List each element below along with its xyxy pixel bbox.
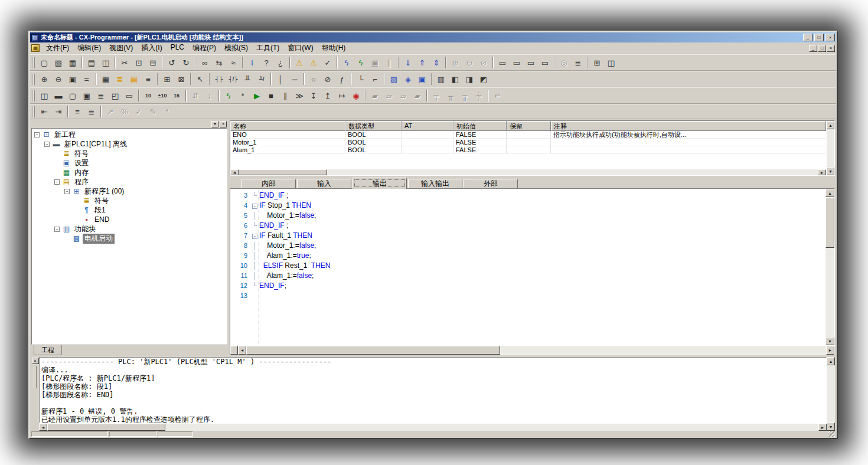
tree-item-memory[interactable]: ▦内存 (32, 168, 227, 177)
new-fb-instance-button[interactable]: ▣ (415, 73, 429, 86)
delete-connecting-line-button[interactable]: ⌐ (368, 73, 382, 86)
properties-window-button[interactable]: ▭ (122, 89, 136, 103)
find-button[interactable]: ∞ (198, 56, 212, 70)
var-col-header-2[interactable]: AT (402, 121, 453, 131)
tab-project[interactable]: 工程 (34, 345, 62, 355)
list-view-button[interactable]: ≡ (70, 105, 84, 119)
simulator-settings-button[interactable]: * (236, 89, 250, 103)
io-comment-view-button[interactable]: ◩ (477, 73, 491, 86)
menu-help[interactable]: 帮助(H) (318, 42, 350, 54)
editor-hscrollbar[interactable]: ◄ ► (230, 345, 834, 355)
output-hscroll-right-button[interactable]: ► (818, 424, 827, 431)
var-cell[interactable] (551, 146, 826, 153)
menu-file[interactable]: 文件(F) (42, 42, 73, 54)
tree-expander[interactable]: - (54, 179, 60, 185)
new-closed-or-contact-button[interactable]: ╨/ (254, 73, 269, 86)
editor-vscroll-down-button[interactable]: ▼ (825, 337, 834, 345)
child-close-button[interactable]: × (827, 45, 835, 52)
toolbar-grip[interactable] (32, 57, 35, 68)
tree-expander[interactable]: - (44, 142, 50, 147)
new-closed-contact-button[interactable]: ┤/├ (226, 73, 240, 86)
toggle-output-window-button[interactable]: ▬ (51, 89, 66, 103)
outdent-button[interactable]: ⇤ (37, 105, 51, 119)
sim-run-button[interactable]: ▶ (250, 89, 264, 103)
radix-decimal-button[interactable]: 10 (141, 89, 155, 103)
app-icon[interactable]: ▤ (31, 34, 39, 41)
output-grip-bar[interactable]: × (31, 357, 39, 431)
close-output-button[interactable]: × (32, 358, 39, 364)
edit-function-block-button[interactable]: ▧ (387, 73, 401, 86)
hscroll-left-button[interactable]: ◄ (230, 169, 239, 175)
toggle-watch-window-button[interactable]: ▢ (66, 89, 80, 103)
cut-button[interactable]: ✂ (118, 56, 132, 70)
code-line-3[interactable]: 3└END_IF ; (230, 190, 825, 200)
tree-item-plc-new-plc1[interactable]: -▬新PLC1[CP1L] 离线 (32, 139, 227, 149)
help-button[interactable]: ? (259, 56, 273, 70)
var-cell[interactable] (402, 139, 453, 146)
resize-grip[interactable] (828, 431, 835, 437)
var-col-header-0[interactable]: 名称 (230, 121, 345, 131)
copy-button[interactable]: ⊡ (132, 56, 146, 70)
sim-set-breakpoint-button[interactable]: ◉ (349, 89, 363, 103)
hscroll-right-button[interactable]: ► (818, 169, 826, 175)
new-contact-button[interactable]: ┤├ (212, 73, 226, 86)
tree-item-settings[interactable]: ▣设置 (32, 158, 227, 168)
editor-hscroll-track[interactable] (500, 346, 826, 355)
child-minimize-button[interactable]: _ (809, 45, 817, 52)
var-cell[interactable] (402, 146, 453, 153)
zoom-in-button[interactable]: ⊕ (37, 73, 51, 86)
cross-reference-report-button[interactable]: ◨ (462, 73, 477, 86)
program-check-options-button[interactable]: ✓ (321, 56, 335, 70)
menu-view[interactable]: 视图(V) (105, 42, 137, 54)
code-line-13[interactable]: 13 (230, 290, 825, 300)
var-cell[interactable]: 指示功能块执行成功(功能块被执行时,自动设... (551, 131, 826, 138)
simulator-online-button[interactable]: ϟ (221, 89, 236, 103)
code-line-6[interactable]: 6└END_IF ; (230, 220, 825, 230)
new-view-button[interactable]: ⊞ (590, 56, 604, 70)
compile-program-button[interactable]: ⚠ (292, 56, 306, 70)
redo-button[interactable]: ↻ (179, 56, 193, 70)
print-button[interactable]: ▤ (84, 56, 99, 70)
options-button[interactable]: ≣ (571, 56, 585, 70)
child-restore-button[interactable]: □ (818, 45, 826, 52)
output-vscrollbar[interactable]: ▲ ▼ (827, 357, 835, 431)
window-minimize-button[interactable]: _ (803, 34, 812, 41)
download-to-plc-button[interactable]: ⇓ (401, 56, 415, 70)
hscroll-thumb[interactable] (239, 169, 327, 175)
print-preview-button[interactable]: ◫ (99, 56, 113, 70)
address-reference-tool-button[interactable]: ◧ (448, 73, 462, 86)
indent-button[interactable]: ⇥ (51, 105, 66, 119)
tree-expander[interactable]: - (54, 227, 60, 232)
editor-vscroll-up-button[interactable]: ▲ (825, 189, 834, 197)
work-online-button[interactable]: ϟ (340, 56, 354, 70)
output-hscroll-left-button[interactable]: ◄ (39, 424, 47, 431)
toolbar-grip[interactable] (32, 74, 35, 85)
toolbar-grip[interactable] (32, 90, 35, 101)
program-mode-button[interactable]: ▭ (495, 56, 510, 70)
var-cell[interactable]: BOOL (345, 139, 402, 146)
menu-insert[interactable]: 插入(I) (137, 42, 166, 54)
new-or-contact-button[interactable]: ╨ (240, 73, 254, 86)
output-vscroll-up-button[interactable]: ▲ (827, 357, 835, 365)
tree-item-workspace-root[interactable]: -⊡新工程 (32, 130, 227, 139)
editor-hscroll-right-button[interactable]: ► (826, 346, 834, 355)
sim-step-out-button[interactable]: ↥ (321, 89, 335, 103)
var-col-header-5[interactable]: 注释 (551, 121, 826, 131)
pane-split-box[interactable] (230, 346, 238, 355)
compare-with-plc-button[interactable]: ⇕ (429, 56, 443, 70)
editor-hscroll-thumb[interactable] (246, 346, 500, 355)
var-cell[interactable] (507, 139, 551, 146)
view-mnemonics-button[interactable]: ⊞ (160, 73, 174, 86)
code-line-7[interactable]: 7-IF Fault_1 THEN (230, 230, 825, 240)
sim-step-run-button[interactable]: ≫ (292, 89, 306, 103)
save-button[interactable]: ▦ (66, 56, 80, 70)
toggle-grid-button[interactable]: ▦ (99, 73, 113, 86)
tree-expander[interactable]: - (64, 189, 70, 194)
mdi-child-icon[interactable]: ▦ (31, 44, 40, 52)
hscroll-track[interactable] (327, 169, 818, 175)
show-section-list-button[interactable]: ▤ (127, 73, 141, 86)
var-cell[interactable]: BOOL (345, 131, 402, 138)
code-line-9[interactable]: 9│ Alam_1:=true; (230, 250, 825, 260)
tree-item-section-end[interactable]: ▪END (32, 215, 227, 224)
tree-item-program1[interactable]: -⊞新程序1 (00) (32, 186, 227, 196)
